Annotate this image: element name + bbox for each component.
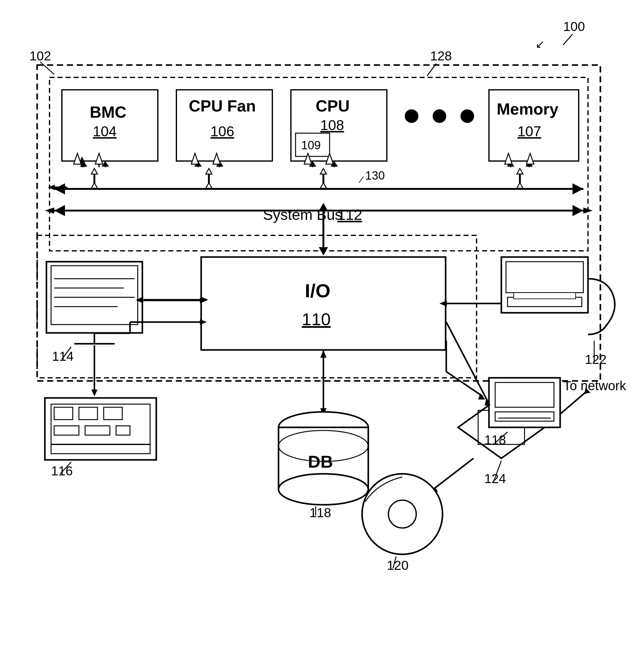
svg-point-100 [388,500,416,528]
ref-116: 116 [51,463,73,478]
ref-102: 102 [29,48,51,63]
label-cpu: CPU [316,97,350,115]
svg-point-10 [461,109,474,123]
svg-text:↙: ↙ [535,38,545,50]
ref-bmc-104: 104 [93,123,117,139]
ref-io-110: 110 [302,309,331,329]
ref-118-db: 118 [309,506,331,520]
svg-point-82 [278,474,368,505]
svg-point-8 [405,109,418,123]
svg-rect-73 [54,407,73,420]
svg-rect-102 [495,383,554,407]
ref-109: 109 [301,139,320,152]
diagram-container: 100 ↙ 102 BMC 104 CPU Fan 106 CPU 108 10… [0,0,644,646]
ref-130: 130 [365,169,385,182]
svg-rect-74 [79,407,98,420]
label-system-bus: System Bus [263,207,342,223]
ref-120: 120 [387,558,408,572]
ref-122: 122 [585,352,607,367]
label-to-network: To network [563,379,626,393]
svg-rect-56 [51,266,138,325]
label-io: I/O [305,280,331,301]
svg-rect-75 [104,407,122,420]
svg-rect-87 [514,293,575,299]
svg-point-9 [433,109,446,123]
svg-rect-103 [495,412,554,421]
label-bmc: BMC [90,103,126,121]
ref-100: 100 [563,19,585,34]
svg-rect-77 [85,426,110,435]
ref-114: 114 [52,349,74,363]
label-cpu-fan: CPU Fan [189,97,256,115]
ref-cpu-fan-106: 106 [211,123,234,139]
label-db: DB [308,452,333,471]
ref-128: 128 [430,48,452,63]
label-memory: Memory [497,100,558,118]
ref-118-storage: 118 [484,433,506,447]
svg-rect-78 [116,426,130,435]
svg-rect-76 [54,426,79,435]
ref-system-bus-112: 112 [337,207,362,223]
svg-rect-53 [201,257,445,350]
ref-memory-107: 107 [517,123,541,139]
ref-cpu-108: 108 [320,117,344,133]
svg-rect-85 [506,262,584,293]
